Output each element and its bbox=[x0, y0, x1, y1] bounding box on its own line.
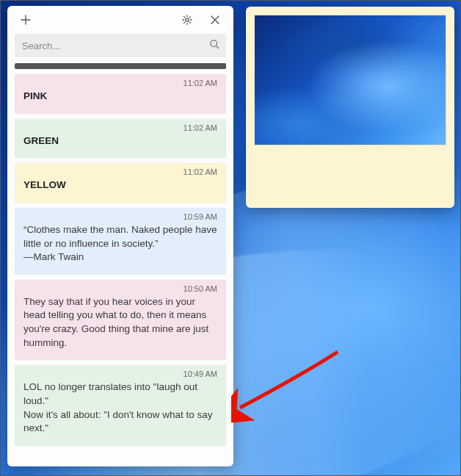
close-button[interactable] bbox=[201, 6, 229, 34]
note-body: “Clothes make the man. Naked people have… bbox=[23, 223, 217, 264]
titlebar[interactable] bbox=[7, 6, 233, 34]
note-body: They say that if you hear voices in your… bbox=[23, 295, 217, 350]
svg-point-0 bbox=[186, 18, 189, 21]
plus-icon bbox=[20, 14, 32, 26]
note-timestamp: 10:49 AM bbox=[23, 369, 217, 378]
note-body: LOL no longer translates into "laugh out… bbox=[23, 381, 217, 436]
search-input[interactable] bbox=[15, 34, 226, 57]
note-body: GREEN bbox=[23, 134, 217, 148]
note-body: YELLOW bbox=[23, 178, 217, 192]
note-timestamp: 10:59 AM bbox=[23, 212, 217, 221]
note-image[interactable] bbox=[255, 15, 446, 145]
note-timestamp: 10:50 AM bbox=[23, 284, 217, 293]
wallpaper-thumbnail bbox=[255, 15, 446, 145]
note-timestamp: 11:02 AM bbox=[23, 167, 217, 176]
open-sticky-note[interactable] bbox=[246, 7, 454, 208]
note-card[interactable]: 11:02 AMYELLOW bbox=[15, 163, 226, 203]
notes-list[interactable]: 11:02 AMPINK11:02 AMGREEN11:02 AMYELLOW1… bbox=[7, 63, 233, 466]
new-note-button[interactable] bbox=[12, 6, 40, 34]
note-timestamp: 11:02 AM bbox=[23, 79, 217, 87]
note-card[interactable]: 11:02 AMGREEN bbox=[15, 119, 226, 159]
settings-button[interactable] bbox=[173, 6, 201, 34]
note-card[interactable] bbox=[15, 63, 226, 69]
search-wrap bbox=[15, 34, 226, 57]
sticky-notes-list-window: 11:02 AMPINK11:02 AMGREEN11:02 AMYELLOW1… bbox=[7, 6, 233, 466]
note-body: PINK bbox=[23, 90, 217, 104]
note-card[interactable]: 10:50 AMThey say that if you hear voices… bbox=[15, 280, 226, 361]
note-card[interactable]: 11:02 AMPINK bbox=[15, 74, 226, 114]
note-timestamp: 11:02 AM bbox=[23, 123, 217, 132]
note-card[interactable]: 10:49 AMLOL no longer translates into "l… bbox=[15, 365, 226, 446]
gear-icon bbox=[181, 14, 193, 26]
close-icon bbox=[210, 15, 220, 25]
note-card[interactable]: 10:59 AM“Clothes make the man. Naked peo… bbox=[15, 208, 226, 275]
